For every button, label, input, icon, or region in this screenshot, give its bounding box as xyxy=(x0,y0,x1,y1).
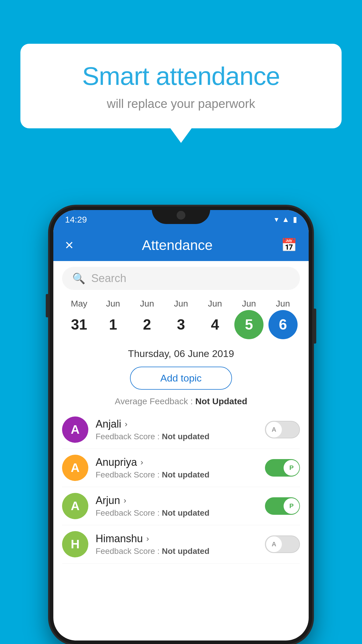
avg-feedback-label: Average Feedback : xyxy=(115,396,195,406)
status-time: 14:29 xyxy=(65,215,87,225)
phone-frame: 14:29 ▾ ▲ ▮ × Attendance 📅 🔍 Search xyxy=(50,206,312,644)
power-button xyxy=(312,309,316,344)
student-item-anupriya: A Anupriya › Feedback Score : Not update… xyxy=(62,449,300,487)
speech-bubble-container: Smart attendance will replace your paper… xyxy=(20,44,342,128)
toggle-switch-arjun[interactable]: P xyxy=(265,497,300,515)
avg-feedback-value: Not Updated xyxy=(195,396,247,406)
toggle-switch-himanshu[interactable]: A xyxy=(265,536,300,553)
phone-wrapper: 14:29 ▾ ▲ ▮ × Attendance 📅 🔍 Search xyxy=(50,206,312,644)
student-name-arjun[interactable]: Arjun › xyxy=(96,494,258,507)
phone-notch xyxy=(152,206,210,224)
search-placeholder: Search xyxy=(91,272,126,285)
bubble-title: Smart attendance xyxy=(44,61,318,91)
student-item-anjali: A Anjali › Feedback Score : Not updated … xyxy=(62,411,300,449)
student-info-arjun: Arjun › Feedback Score : Not updated xyxy=(96,494,258,518)
cal-date-2[interactable]: 2 xyxy=(132,310,161,339)
battery-icon: ▮ xyxy=(293,215,297,224)
calendar-dates: 31 1 2 3 4 5 6 xyxy=(59,309,303,344)
signal-icon: ▲ xyxy=(282,215,289,224)
student-score-anupriya: Feedback Score : Not updated xyxy=(96,470,258,480)
student-list: A Anjali › Feedback Score : Not updated … xyxy=(53,411,309,564)
student-item-himanshu: H Himanshu › Feedback Score : Not update… xyxy=(62,525,300,564)
app-bar: × Attendance 📅 xyxy=(53,229,309,261)
student-name-anjali[interactable]: Anjali › xyxy=(96,418,258,430)
app-bar-title: Attendance xyxy=(142,237,213,253)
student-score-arjun: Feedback Score : Not updated xyxy=(96,508,258,518)
toggle-arjun[interactable]: P xyxy=(265,497,300,515)
cal-date-3[interactable]: 3 xyxy=(166,310,196,339)
toggle-switch-anupriya[interactable]: P xyxy=(265,459,300,477)
wifi-icon: ▾ xyxy=(275,215,278,224)
add-topic-button[interactable]: Add topic xyxy=(130,367,232,390)
calendar-icon[interactable]: 📅 xyxy=(281,237,297,253)
avatar-anjali: A xyxy=(62,416,88,443)
chevron-icon: › xyxy=(124,496,126,505)
toggle-knob-arjun: P xyxy=(284,498,299,514)
calendar-strip: May Jun Jun Jun Jun Jun Jun 31 1 2 3 4 5… xyxy=(53,296,309,345)
avatar-anupriya: A xyxy=(62,455,88,481)
selected-date: Thursday, 06 June 2019 xyxy=(53,345,309,362)
student-name-anupriya[interactable]: Anupriya › xyxy=(96,456,258,468)
cal-month-0: May xyxy=(64,299,94,309)
front-camera xyxy=(177,211,185,220)
student-name-himanshu[interactable]: Himanshu › xyxy=(96,533,258,545)
avatar-himanshu: H xyxy=(62,531,88,557)
cal-month-4: Jun xyxy=(201,299,230,309)
phone-screen: 14:29 ▾ ▲ ▮ × Attendance 📅 🔍 Search xyxy=(53,210,309,640)
avg-feedback: Average Feedback : Not Updated xyxy=(53,394,309,411)
student-score-himanshu: Feedback Score : Not updated xyxy=(96,547,258,556)
cal-month-5: Jun xyxy=(234,299,263,309)
cal-date-1[interactable]: 1 xyxy=(99,310,128,339)
avatar-arjun: A xyxy=(62,493,88,519)
student-info-himanshu: Himanshu › Feedback Score : Not updated xyxy=(96,533,258,556)
cal-month-3: Jun xyxy=(166,299,196,309)
cal-date-0[interactable]: 31 xyxy=(64,310,94,339)
student-item-arjun: A Arjun › Feedback Score : Not updated P xyxy=(62,487,300,525)
bubble-subtitle: will replace your paperwork xyxy=(44,97,318,111)
search-icon: 🔍 xyxy=(72,272,85,285)
cal-date-6[interactable]: 6 xyxy=(268,310,298,339)
student-info-anupriya: Anupriya › Feedback Score : Not updated xyxy=(96,456,258,480)
toggle-switch-anjali[interactable]: A xyxy=(265,421,300,438)
toggle-knob-anjali: A xyxy=(266,422,282,438)
chevron-icon: › xyxy=(140,458,143,467)
cal-month-6: Jun xyxy=(268,299,298,309)
speech-bubble: Smart attendance will replace your paper… xyxy=(20,44,342,128)
chevron-icon: › xyxy=(125,419,127,429)
chevron-icon: › xyxy=(146,534,149,543)
cal-date-4[interactable]: 4 xyxy=(201,310,230,339)
close-button[interactable]: × xyxy=(65,237,73,253)
toggle-knob-himanshu: A xyxy=(266,536,282,552)
toggle-anjali[interactable]: A xyxy=(265,421,300,438)
status-icons: ▾ ▲ ▮ xyxy=(275,215,297,224)
cal-month-1: Jun xyxy=(99,299,128,309)
toggle-anupriya[interactable]: P xyxy=(265,459,300,477)
toggle-knob-anupriya: P xyxy=(284,460,299,476)
toggle-himanshu[interactable]: A xyxy=(265,536,300,553)
volume-button xyxy=(46,294,50,317)
search-bar[interactable]: 🔍 Search xyxy=(62,267,300,290)
cal-date-5[interactable]: 5 xyxy=(234,310,263,339)
student-score-anjali: Feedback Score : Not updated xyxy=(96,432,258,441)
student-info-anjali: Anjali › Feedback Score : Not updated xyxy=(96,418,258,441)
calendar-months: May Jun Jun Jun Jun Jun Jun xyxy=(59,299,303,309)
cal-month-2: Jun xyxy=(132,299,161,309)
